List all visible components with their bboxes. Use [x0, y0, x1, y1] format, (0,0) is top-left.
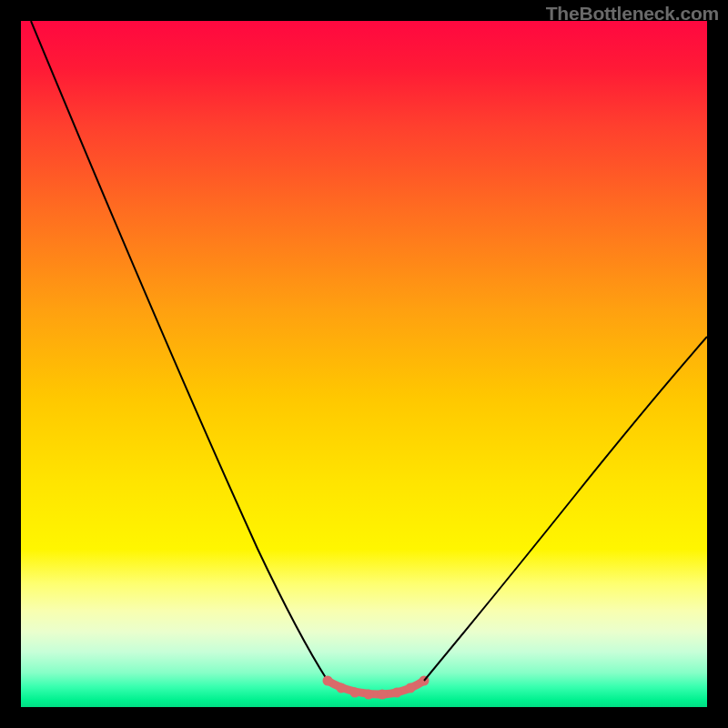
plot-area — [21, 21, 707, 707]
left-branch-path — [31, 21, 328, 681]
svg-point-3 — [364, 690, 374, 700]
svg-point-6 — [406, 683, 416, 693]
bottleneck-chart: TheBottleneck.com — [0, 0, 728, 728]
right-branch-path — [424, 337, 707, 681]
curve-overlay — [21, 21, 707, 707]
svg-point-2 — [350, 688, 360, 698]
svg-point-0 — [323, 676, 333, 686]
svg-point-5 — [392, 688, 402, 698]
svg-point-1 — [337, 683, 347, 693]
svg-point-4 — [378, 690, 388, 700]
optimal-zone — [323, 676, 430, 700]
watermark-text: TheBottleneck.com — [546, 3, 719, 25]
